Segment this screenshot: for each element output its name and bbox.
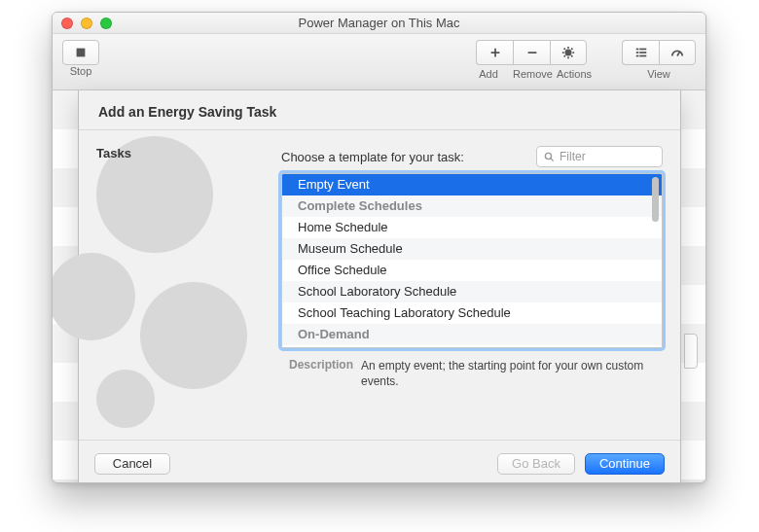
view-gauge-button[interactable]	[659, 40, 696, 65]
search-icon	[544, 152, 555, 162]
svg-rect-0	[77, 49, 86, 57]
list-section-header: On-Demand	[282, 324, 662, 345]
continue-button[interactable]: Continue	[585, 453, 665, 475]
list-item[interactable]: School Teaching Laboratory Schedule	[282, 302, 662, 324]
background-control-fragment	[684, 334, 698, 369]
actions-button[interactable]	[550, 40, 587, 65]
zoom-window-button[interactable]	[100, 18, 112, 29]
titlebar[interactable]: Power Manager on This Mac	[53, 13, 705, 34]
list-section-header: Complete Schedules	[282, 195, 662, 217]
minimize-window-button[interactable]	[81, 18, 92, 29]
stop-label: Stop	[70, 65, 92, 77]
svg-point-1	[565, 50, 572, 56]
description-text: An empty event; the starting point for y…	[361, 358, 661, 389]
svg-point-8	[545, 153, 551, 159]
list-item[interactable]: Museum Schedule	[282, 238, 662, 260]
cancel-button[interactable]: Cancel	[94, 453, 170, 475]
stop-button[interactable]	[62, 40, 99, 65]
traffic-lights	[61, 18, 112, 29]
go-back-button[interactable]: Go Back	[497, 453, 575, 475]
toolbar: Stop Add Remove Actions	[53, 34, 705, 90]
svg-rect-4	[635, 52, 638, 53]
main-window: Power Manager on This Mac Stop	[52, 12, 706, 483]
add-label: Add	[470, 68, 507, 80]
list-item[interactable]: Home Schedule	[282, 217, 662, 238]
decorative-orb-icon	[67, 136, 291, 428]
view-label: View	[647, 68, 670, 80]
template-list[interactable]: Empty Event Complete Schedules Home Sche…	[281, 173, 663, 348]
close-window-button[interactable]	[61, 18, 73, 29]
choose-template-label: Choose a template for your task:	[281, 150, 526, 164]
filter-input[interactable]: Filter	[536, 146, 663, 167]
view-list-button[interactable]	[622, 40, 659, 65]
filter-placeholder: Filter	[560, 150, 586, 163]
assistant-sheet: Add an Energy Saving Task Tasks Choose a…	[78, 90, 681, 483]
svg-rect-5	[639, 52, 646, 53]
sidebar-step-label: Tasks	[96, 146, 131, 160]
list-item[interactable]: School Laboratory Schedule	[282, 281, 662, 302]
add-button[interactable]	[476, 40, 513, 65]
svg-rect-3	[639, 49, 646, 51]
scrollbar-thumb[interactable]	[652, 177, 659, 222]
remove-button[interactable]	[513, 40, 550, 65]
description-label: Description	[283, 358, 353, 389]
svg-rect-6	[635, 55, 638, 57]
sheet-footer: Cancel Go Back Continue	[79, 440, 680, 483]
window-title: Power Manager on This Mac	[299, 16, 460, 30]
list-item[interactable]: Office Schedule	[282, 260, 662, 281]
actions-label: Actions	[556, 68, 593, 80]
svg-rect-7	[639, 55, 646, 57]
svg-rect-2	[635, 49, 638, 51]
remove-label: Remove	[513, 68, 550, 80]
list-item[interactable]: Empty Event	[282, 174, 662, 195]
sheet-title: Add an Energy Saving Task	[79, 90, 680, 129]
